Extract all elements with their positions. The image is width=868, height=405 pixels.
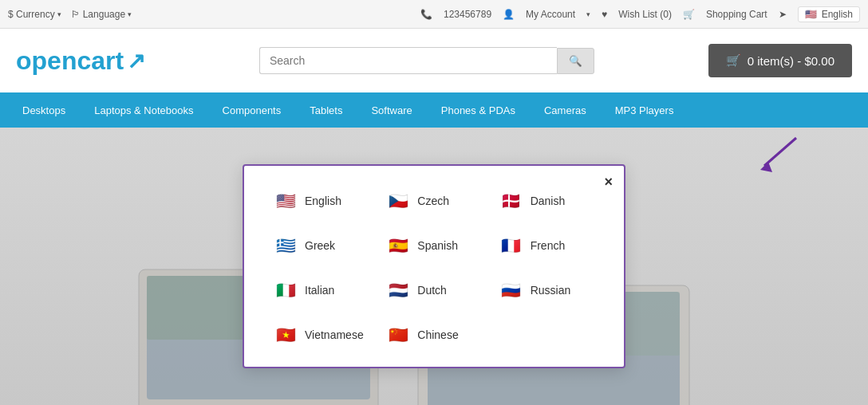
flag-vietnamese: 🇻🇳: [273, 322, 298, 348]
language-modal-overlay: × 🇺🇸 English 🇨🇿 Czech 🇩🇰 Danish 🇬🇷 Greek: [0, 128, 868, 405]
language-item-dutch[interactable]: 🇳🇱 Dutch: [381, 274, 487, 306]
language-item-spanish[interactable]: 🇪🇸 Spanish: [381, 230, 487, 261]
main-nav: Desktops Laptops & Notebooks Components …: [0, 92, 868, 128]
language-name-french: French: [531, 239, 566, 252]
currency-label: $ Currency: [8, 9, 55, 20]
cart-label: 0 item(s) - $0.00: [748, 54, 834, 68]
flag-czech: 🇨🇿: [385, 188, 411, 214]
language-name-italian: Italian: [305, 284, 334, 297]
flag-spanish: 🇪🇸: [385, 233, 411, 258]
phone-icon: 📞: [420, 9, 432, 20]
nav-item-desktops[interactable]: Desktops: [8, 95, 80, 126]
language-name-dutch: Dutch: [417, 284, 447, 297]
header: opencart ↗ 🔍 🛒 0 item(s) - $0.00: [0, 29, 868, 92]
cart-icon-small: 🛒: [683, 9, 695, 20]
language-dropdown-arrow: ▾: [128, 10, 132, 18]
nav-item-phones[interactable]: Phones & PDAs: [427, 95, 530, 126]
language-item-italian[interactable]: 🇮🇹 Italian: [268, 274, 374, 306]
search-button[interactable]: 🔍: [557, 48, 594, 74]
my-account-link[interactable]: My Account: [526, 9, 575, 20]
current-language-label: English: [822, 9, 853, 20]
search-input[interactable]: [259, 47, 557, 74]
top-bar: $ Currency ▾ 🏳 Language ▾ 📞 123456789 👤 …: [0, 0, 868, 29]
arrow-annotation: [756, 134, 804, 177]
language-name-greek: Greek: [305, 239, 335, 252]
arrow-svg: [756, 134, 804, 174]
language-name-danish: Danish: [531, 195, 566, 207]
language-item-vietnamese[interactable]: 🇻🇳 Vietnamese: [268, 319, 374, 351]
currency-button[interactable]: $ Currency ▾: [8, 9, 61, 20]
logo[interactable]: opencart ↗: [16, 46, 145, 76]
svg-line-10: [764, 138, 796, 166]
language-item-french[interactable]: 🇫🇷 French: [494, 230, 600, 261]
language-item-czech[interactable]: 🇨🇿 Czech: [381, 185, 487, 217]
flag-chinese: 🇨🇳: [385, 322, 411, 348]
language-name-czech: Czech: [417, 195, 449, 207]
language-item-russian[interactable]: 🇷🇺 Russian: [494, 274, 600, 306]
english-flag-icon: 🇺🇸: [805, 9, 817, 20]
account-arrow: ▾: [586, 10, 590, 18]
language-item-danish[interactable]: 🇩🇰 Danish: [494, 185, 600, 217]
flag-greek: 🇬🇷: [273, 233, 298, 258]
top-bar-right: 📞 123456789 👤 My Account ▾ ♥ Wish List (…: [420, 6, 860, 22]
arrow-right-icon: ➤: [779, 9, 787, 20]
nav-item-software[interactable]: Software: [357, 95, 426, 126]
language-item-greek[interactable]: 🇬🇷 Greek: [268, 230, 374, 261]
flag-icon: 🏳: [71, 9, 81, 20]
flag-russian: 🇷🇺: [499, 277, 524, 303]
language-item-english[interactable]: 🇺🇸 English: [268, 185, 374, 217]
account-icon: 👤: [503, 9, 515, 20]
flag-danish: 🇩🇰: [499, 188, 524, 214]
english-indicator[interactable]: 🇺🇸 English: [798, 6, 860, 22]
phone-number: 123456789: [444, 9, 491, 20]
nav-item-components[interactable]: Components: [208, 95, 296, 126]
language-name-chinese: Chinese: [417, 328, 458, 341]
logo-text: opencart: [16, 46, 124, 76]
language-name-vietnamese: Vietnamese: [305, 328, 364, 341]
currency-dropdown-arrow: ▾: [57, 10, 61, 18]
wish-list-link[interactable]: Wish List (0): [618, 9, 672, 20]
language-label: Language: [83, 9, 125, 20]
language-modal: × 🇺🇸 English 🇨🇿 Czech 🇩🇰 Danish 🇬🇷 Greek: [243, 164, 625, 368]
logo-cart-icon: ↗: [127, 48, 145, 74]
language-name-russian: Russian: [531, 284, 571, 297]
cart-icon: 🛒: [726, 53, 741, 68]
search-area: 🔍: [259, 47, 594, 74]
top-bar-left: $ Currency ▾ 🏳 Language ▾: [8, 9, 132, 20]
main-content: × 🇺🇸 English 🇨🇿 Czech 🇩🇰 Danish 🇬🇷 Greek: [0, 128, 868, 405]
search-icon: 🔍: [569, 55, 582, 67]
shopping-cart-link[interactable]: Shopping Cart: [706, 9, 767, 20]
language-grid: 🇺🇸 English 🇨🇿 Czech 🇩🇰 Danish 🇬🇷 Greek: [268, 185, 600, 351]
language-button[interactable]: 🏳 Language ▾: [71, 9, 132, 20]
language-name-english: English: [305, 195, 341, 207]
language-item-chinese[interactable]: 🇨🇳 Chinese: [381, 319, 487, 351]
flag-english: 🇺🇸: [273, 188, 298, 214]
nav-item-laptops[interactable]: Laptops & Notebooks: [80, 95, 207, 126]
flag-italian: 🇮🇹: [273, 277, 298, 303]
nav-item-tablets[interactable]: Tablets: [295, 95, 357, 126]
flag-dutch: 🇳🇱: [385, 277, 411, 303]
nav-item-mp3[interactable]: MP3 Players: [601, 95, 688, 126]
nav-item-cameras[interactable]: Cameras: [530, 95, 601, 126]
modal-close-button[interactable]: ×: [604, 174, 613, 191]
heart-icon: ♥: [602, 9, 607, 20]
cart-button[interactable]: 🛒 0 item(s) - $0.00: [708, 44, 852, 77]
flag-french: 🇫🇷: [499, 233, 524, 258]
language-name-spanish: Spanish: [417, 239, 458, 252]
